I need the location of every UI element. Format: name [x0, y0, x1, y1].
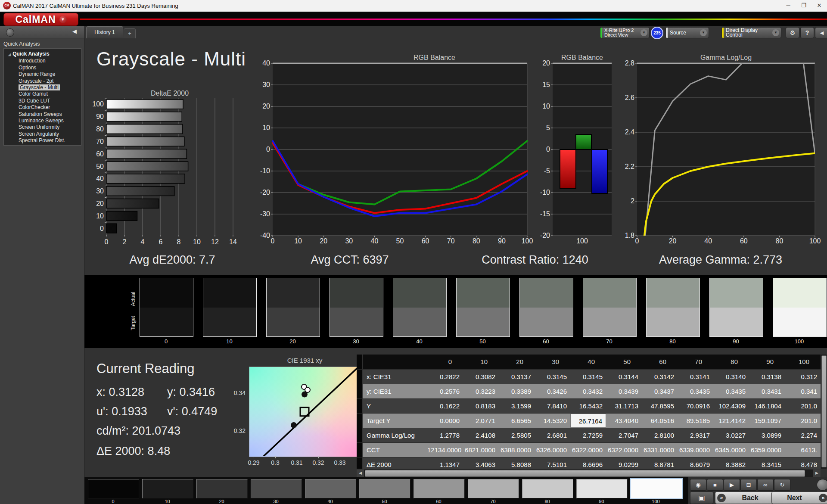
- table-cell[interactable]: 16.5432: [570, 399, 606, 413]
- table-cell[interactable]: 6821.0000: [463, 443, 499, 457]
- table-cell[interactable]: 0.3435: [678, 384, 713, 398]
- table-cell[interactable]: 6331.0000: [642, 443, 678, 457]
- table-cell[interactable]: 0.3439: [606, 384, 642, 398]
- table-cell[interactable]: 0.3426: [535, 384, 570, 398]
- sidebar-collapse-icon[interactable]: ◀: [72, 28, 77, 34]
- table-cell[interactable]: 0.312: [785, 370, 821, 384]
- table-cell[interactable]: 0.3145: [570, 370, 606, 384]
- table-cell[interactable]: 70.0916: [678, 399, 713, 413]
- table-cell[interactable]: 2.4108: [463, 428, 499, 442]
- table-cell[interactable]: 6.6565: [499, 414, 535, 428]
- table-cell[interactable]: 12134.0000: [427, 443, 463, 457]
- table-cell[interactable]: 14.5320: [535, 414, 570, 428]
- source-dropdown[interactable]: Source ▼: [665, 27, 709, 38]
- patch-button-30[interactable]: [251, 479, 302, 498]
- meter-dropdown[interactable]: X-Rite i1Pro 2 Direct View ▼: [600, 27, 650, 38]
- table-cell[interactable]: 5.8088: [499, 457, 535, 469]
- table-cell[interactable]: 0.341: [785, 384, 821, 398]
- table-cell[interactable]: 0.3137: [499, 370, 535, 384]
- sidebar-item-screen-angularity[interactable]: Screen Angularity: [4, 131, 81, 137]
- sidebar-item-luminance-sweeps[interactable]: Luminance Sweeps: [4, 118, 81, 124]
- pattern-display-button[interactable]: ▣: [690, 492, 713, 504]
- table-cell[interactable]: 0.3431: [749, 384, 785, 398]
- patch-button-80[interactable]: [522, 479, 573, 498]
- patch-button-60[interactable]: [414, 479, 465, 498]
- table-cell[interactable]: 1.1347: [427, 457, 463, 469]
- table-cell[interactable]: 26.7164: [570, 414, 606, 428]
- table-cell[interactable]: 9.0299: [606, 457, 642, 469]
- table-cell[interactable]: 2.9317: [678, 428, 713, 442]
- table-cell[interactable]: 3.1599: [499, 399, 535, 413]
- patch-button-100[interactable]: [631, 479, 682, 498]
- table-cell[interactable]: 6322.0000: [606, 443, 642, 457]
- vscroll-thumb[interactable]: [821, 355, 827, 467]
- table-cell[interactable]: 6359.0000: [749, 443, 785, 457]
- record-button[interactable]: [6, 28, 14, 37]
- table-cell[interactable]: 0.3138: [749, 370, 785, 384]
- patch-button-50[interactable]: [359, 479, 410, 498]
- pattern-window-button[interactable]: ⊟: [740, 479, 757, 491]
- sidebar-item-color-gamut[interactable]: Color Gamut: [4, 91, 81, 97]
- table-cell[interactable]: 2.8100: [642, 428, 678, 442]
- table-cell[interactable]: 47.8595: [642, 399, 678, 413]
- table-cell[interactable]: 0.3389: [499, 384, 535, 398]
- table-cell[interactable]: 0.0000: [427, 414, 463, 428]
- table-cell[interactable]: 3.0227: [713, 428, 749, 442]
- luminance-badge[interactable]: 235: [651, 27, 663, 39]
- table-cell[interactable]: 8.3882: [713, 457, 749, 469]
- table-cell[interactable]: 0.3432: [570, 384, 606, 398]
- sidebar-item-screen-uniformity[interactable]: Screen Uniformity: [4, 124, 81, 131]
- patch-button-40[interactable]: [305, 479, 356, 498]
- table-cell[interactable]: 2.5805: [499, 428, 535, 442]
- table-cell[interactable]: 0.1622: [427, 399, 463, 413]
- table-cell[interactable]: 2.274: [785, 428, 821, 442]
- table-cell[interactable]: 2.6801: [535, 428, 570, 442]
- sidebar-item-dynamic-range[interactable]: Dynamic Range: [4, 71, 81, 78]
- table-cell[interactable]: 7.8410: [535, 399, 570, 413]
- table-cell[interactable]: 0.3082: [463, 370, 499, 384]
- table-cell[interactable]: 6322.0000: [570, 443, 606, 457]
- continuous-read-button[interactable]: ∞: [757, 479, 774, 491]
- table-cell[interactable]: 0.3437: [642, 384, 678, 398]
- sidebar-item-quick-analysis[interactable]: ◢Quick Analysis: [4, 51, 81, 58]
- play-button[interactable]: ▶: [724, 479, 740, 491]
- help-button[interactable]: ?: [800, 27, 814, 38]
- patch-button-20[interactable]: [196, 479, 248, 498]
- refresh-button[interactable]: ↻: [774, 479, 790, 491]
- table-cell[interactable]: 0.2576: [427, 384, 463, 398]
- sidebar-item-saturation-sweeps[interactable]: Saturation Sweeps: [4, 111, 81, 118]
- table-cell[interactable]: 0.3223: [463, 384, 499, 398]
- table-cell[interactable]: 8.6696: [570, 457, 606, 469]
- table-cell[interactable]: 8.478: [785, 457, 821, 469]
- patch-button-70[interactable]: [468, 479, 519, 498]
- next-button[interactable]: Next »: [771, 492, 827, 504]
- table-cell[interactable]: 2.7047: [606, 428, 642, 442]
- table-horizontal-scrollbar[interactable]: ◀ ▶: [357, 470, 821, 477]
- table-cell[interactable]: 8.8781: [642, 457, 678, 469]
- calman-menu-button[interactable]: CalMAN ▼: [3, 13, 78, 26]
- sidebar-item-introduction[interactable]: Introduction: [4, 58, 81, 64]
- table-cell[interactable]: 89.5185: [678, 414, 713, 428]
- hscroll-thumb[interactable]: [365, 470, 805, 477]
- table-cell[interactable]: 0.3141: [678, 370, 713, 384]
- table-cell[interactable]: 102.4309: [713, 399, 749, 413]
- table-cell[interactable]: 31.1713: [606, 399, 642, 413]
- sidebar-item-colorchecker[interactable]: ColorChecker: [4, 104, 81, 111]
- sidebar-item-grayscale-2pt[interactable]: Grayscale - 2pt: [4, 78, 81, 84]
- clipped-round-button[interactable]: [817, 479, 827, 491]
- table-cell[interactable]: 6339.0000: [678, 443, 713, 457]
- table-cell[interactable]: 0.3435: [713, 384, 749, 398]
- back-button[interactable]: « Back: [715, 492, 773, 504]
- sidebar-item-3d-cube-lut[interactable]: 3D Cube LUT: [4, 98, 81, 104]
- table-cell[interactable]: 121.4142: [713, 414, 749, 428]
- maximize-button[interactable]: ❐: [796, 0, 811, 11]
- table-cell[interactable]: 6388.0000: [499, 443, 535, 457]
- meter-eye-button[interactable]: ◉: [690, 479, 706, 491]
- add-tab-button[interactable]: +: [124, 28, 136, 38]
- close-button[interactable]: ✕: [811, 0, 827, 11]
- table-cell[interactable]: 201.0: [785, 414, 821, 428]
- table-cell[interactable]: 7.5101: [535, 457, 570, 469]
- sidebar-item-grayscale-multi[interactable]: Grayscale - Multi: [4, 84, 81, 91]
- table-cell[interactable]: 0.2822: [427, 370, 463, 384]
- table-cell[interactable]: 0.3145: [535, 370, 570, 384]
